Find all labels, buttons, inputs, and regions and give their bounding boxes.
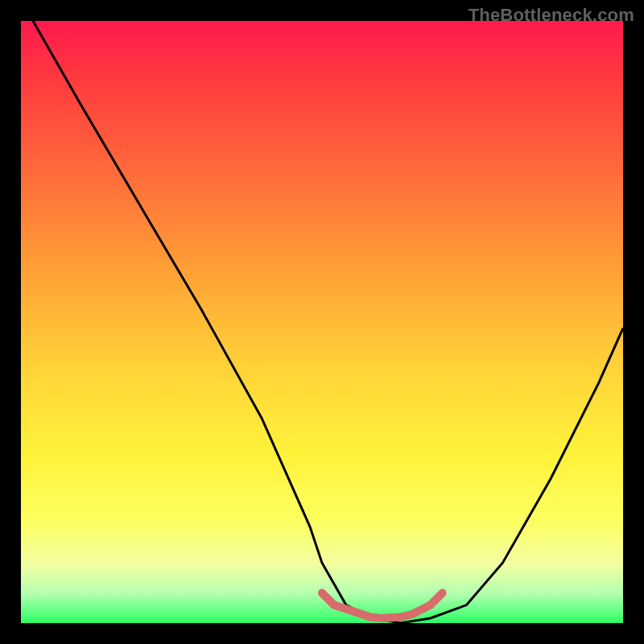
bottleneck-curve (33, 21, 623, 623)
plot-area (21, 21, 623, 623)
chart-stage: TheBottleneck.com (0, 0, 644, 644)
curves-svg (21, 21, 623, 623)
watermark-text: TheBottleneck.com (469, 5, 634, 26)
